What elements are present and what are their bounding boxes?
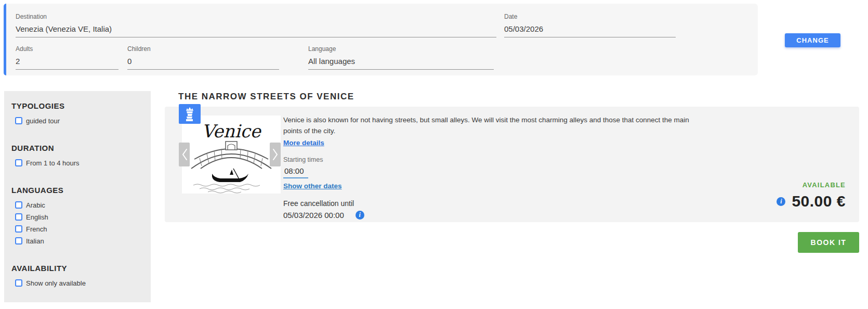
- filter-option-french[interactable]: French: [15, 225, 146, 233]
- filter-title-typologies: TYPOLOGIES: [11, 101, 146, 110]
- destination-label: Destination: [16, 13, 496, 20]
- tour-type-badge: [179, 104, 201, 124]
- destination-field[interactable]: Destination Venezia (Venezia VE, Italia): [16, 13, 496, 37]
- filter-option-label: French: [26, 225, 47, 233]
- checkbox-arabic[interactable]: [15, 201, 22, 209]
- checkbox-french[interactable]: [15, 225, 22, 233]
- children-label: Children: [127, 45, 279, 53]
- checkbox-italian[interactable]: [15, 237, 22, 244]
- chevron-right-icon: [272, 148, 279, 161]
- filter-title-languages: LANGUAGES: [11, 186, 146, 195]
- children-input[interactable]: 0: [127, 57, 279, 70]
- tour-description: Venice is also known for not having stre…: [283, 114, 704, 136]
- carousel-prev-button[interactable]: [179, 143, 190, 166]
- price-value: 50.00 €: [792, 192, 846, 210]
- date-label: Date: [504, 13, 676, 20]
- adults-input[interactable]: 2: [16, 57, 119, 70]
- tour-body: Venice is also known for not having stre…: [283, 114, 704, 220]
- landmark-tower-icon: [183, 106, 196, 122]
- filter-option-english[interactable]: English: [15, 213, 146, 221]
- filter-title-availability: AVAILABILITY: [11, 264, 146, 273]
- filter-section-availability: AVAILABILITY Show only available: [11, 264, 146, 287]
- more-details-link[interactable]: More details: [283, 139, 324, 147]
- info-icon[interactable]: i: [356, 211, 364, 220]
- price-info-icon[interactable]: i: [777, 197, 785, 206]
- tour-image: Venice: [182, 115, 281, 194]
- chevron-left-icon: [181, 148, 188, 161]
- language-label: Language: [308, 45, 494, 53]
- filter-option-arabic[interactable]: Arabic: [15, 201, 146, 209]
- filter-option-label: guided tour: [26, 117, 60, 125]
- filter-option-show-only-available[interactable]: Show only available: [15, 279, 146, 287]
- destination-input[interactable]: Venezia (Venezia VE, Italia): [16, 24, 496, 37]
- checkbox-1-to-4-hours[interactable]: [15, 159, 22, 166]
- checkbox-guided-tour[interactable]: [15, 117, 22, 124]
- filter-option-label: From 1 to 4 hours: [26, 159, 80, 167]
- tour-title: THE NARROW STREETS OF VENICE: [178, 92, 354, 102]
- change-button[interactable]: CHANGE: [785, 33, 840, 47]
- filter-option-label: English: [26, 213, 48, 221]
- filter-option-italian[interactable]: Italian: [15, 237, 146, 245]
- venice-caption: Venice: [202, 121, 261, 141]
- children-field[interactable]: Children 0: [127, 45, 279, 70]
- adults-label: Adults: [16, 45, 119, 53]
- venice-illustration: Venice: [182, 115, 281, 194]
- filter-section-typologies: TYPOLOGIES guided tour: [11, 101, 146, 125]
- filter-option-1-to-4-hours[interactable]: From 1 to 4 hours: [15, 159, 146, 167]
- date-field[interactable]: Date 05/03/2026: [504, 13, 676, 37]
- free-cancellation-label: Free cancellation until: [283, 199, 704, 208]
- show-other-dates-link[interactable]: Show other dates: [283, 182, 704, 190]
- language-field[interactable]: Language All languages: [308, 45, 494, 70]
- filter-section-languages: LANGUAGES Arabic English French Italian: [11, 186, 146, 245]
- checkbox-english[interactable]: [15, 213, 22, 221]
- price-block: AVAILABLE i 50.00 €: [777, 181, 846, 210]
- starting-times-label: Starting times: [283, 156, 704, 163]
- search-panel: Destination Venezia (Venezia VE, Italia)…: [4, 4, 758, 75]
- filter-option-label: Show only available: [26, 279, 86, 287]
- filter-option-guided-tour[interactable]: guided tour: [15, 117, 146, 125]
- carousel-next-button[interactable]: [270, 143, 281, 166]
- filter-option-label: Arabic: [26, 201, 45, 209]
- filter-option-label: Italian: [26, 237, 44, 245]
- language-select[interactable]: All languages: [308, 57, 494, 70]
- date-input[interactable]: 05/03/2026: [504, 24, 676, 37]
- availability-badge: AVAILABLE: [777, 181, 846, 189]
- tour-card: Venice: [165, 107, 859, 222]
- free-cancellation-datetime: 05/03/2026 00:00: [283, 211, 344, 220]
- filter-section-duration: DURATION From 1 to 4 hours: [11, 144, 146, 167]
- filters-sidebar: TYPOLOGIES guided tour DURATION From 1 t…: [4, 91, 151, 302]
- book-it-button[interactable]: BOOK IT: [798, 232, 859, 253]
- filter-title-duration: DURATION: [11, 144, 146, 152]
- adults-field[interactable]: Adults 2: [16, 45, 119, 70]
- panel-accent-bar: [4, 4, 6, 75]
- checkbox-show-only-available[interactable]: [15, 279, 22, 287]
- time-slot-0800[interactable]: 08:00: [283, 166, 308, 178]
